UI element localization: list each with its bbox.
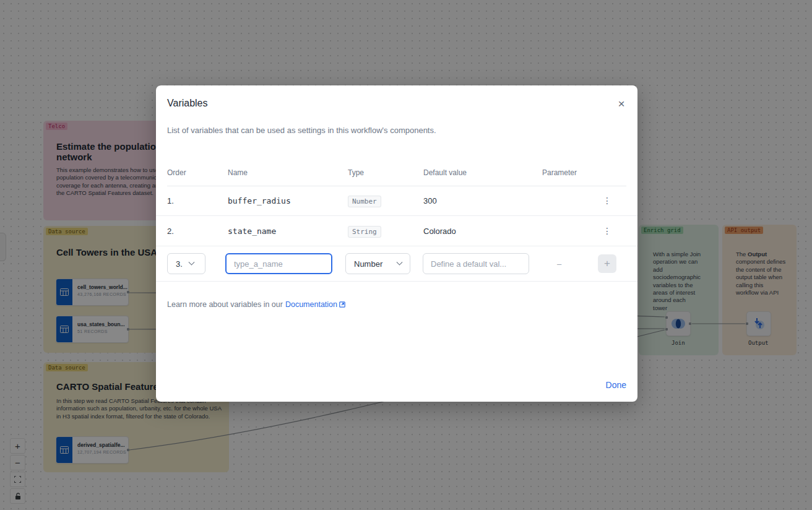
documentation-link[interactable]: Documentation [285, 300, 337, 309]
table-header: Order Name Type Default value Parameter [156, 168, 637, 186]
row-order: 1. [167, 196, 174, 205]
modal-footer: Learn more about variables in our Docume… [167, 300, 345, 309]
col-order: Order [167, 168, 186, 177]
col-name: Name [228, 168, 248, 177]
default-value: 300 [423, 196, 437, 205]
default-value: Colorado [423, 227, 456, 236]
default-value-input[interactable] [423, 254, 529, 274]
parameter-placeholder: – [557, 259, 561, 269]
order-value: 3. [176, 259, 183, 269]
new-variable-row: 3. Number – + [156, 246, 637, 282]
type-value: Number [354, 259, 382, 269]
variable-name: state_name [228, 227, 276, 236]
close-icon[interactable]: × [614, 97, 629, 111]
col-default-value: Default value [423, 168, 467, 177]
col-type: Type [348, 168, 364, 177]
variable-name-input[interactable] [227, 254, 331, 273]
chevron-down-icon [188, 259, 194, 265]
row-order: 2. [167, 227, 174, 236]
row-menu-icon[interactable]: ⋮ [601, 196, 613, 205]
variables-modal: Variables × List of variables that can b… [156, 85, 637, 402]
type-badge: Number [348, 196, 381, 207]
type-badge: String [348, 226, 381, 238]
add-variable-button[interactable]: + [598, 254, 616, 273]
type-select[interactable]: Number [345, 253, 410, 274]
done-button[interactable]: Done [606, 380, 626, 390]
name-field [225, 253, 332, 274]
modal-title: Variables [167, 98, 208, 109]
toggle-knob [546, 202, 553, 210]
col-parameter: Parameter [542, 168, 577, 177]
chevron-down-icon [397, 259, 403, 265]
modal-description: List of variables that can be used as se… [167, 126, 436, 135]
external-link-icon [339, 301, 345, 308]
default-value-field [423, 253, 529, 274]
variable-name: buffer_radius [228, 196, 291, 205]
row-menu-icon[interactable]: ⋮ [601, 226, 613, 236]
variable-row-state-name: 2. state_name String Colorado ⋮ [156, 216, 637, 246]
footer-text: Learn more about variables in our [167, 300, 283, 309]
order-select[interactable]: 3. [167, 253, 205, 274]
toggle-knob [546, 233, 553, 240]
variable-row-buffer-radius: 1. buffer_radius Number 300 ⋮ [156, 186, 637, 216]
